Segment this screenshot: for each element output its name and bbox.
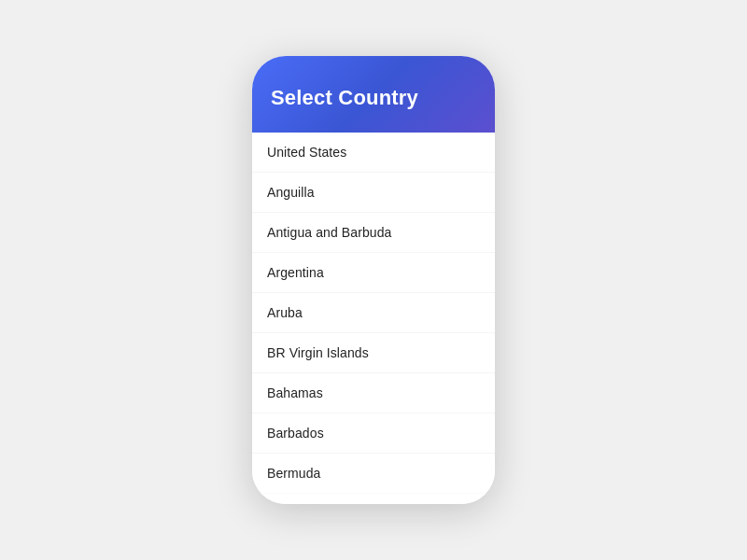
list-item[interactable]: Argentina: [252, 253, 495, 293]
list-item[interactable]: Aruba: [252, 293, 495, 333]
list-item[interactable]: BR Virgin Islands: [252, 333, 495, 373]
list-item[interactable]: Anguilla: [252, 173, 495, 213]
list-item[interactable]: Barbados: [252, 413, 495, 454]
list-item[interactable]: Antigua and Barbuda: [252, 213, 495, 253]
country-list: United StatesAnguillaAntigua and Barbuda…: [252, 133, 495, 504]
list-item[interactable]: United States: [252, 133, 495, 173]
page-title: Select Country: [271, 86, 476, 110]
screen-header: Select Country: [252, 56, 495, 133]
country-list-container: United StatesAnguillaAntigua and Barbuda…: [252, 133, 495, 504]
list-item[interactable]: Bolivia: [252, 494, 495, 504]
list-item[interactable]: Bahamas: [252, 373, 495, 413]
list-item[interactable]: Bermuda: [252, 454, 495, 494]
phone-frame: Select Country United StatesAnguillaAnti…: [252, 56, 495, 504]
